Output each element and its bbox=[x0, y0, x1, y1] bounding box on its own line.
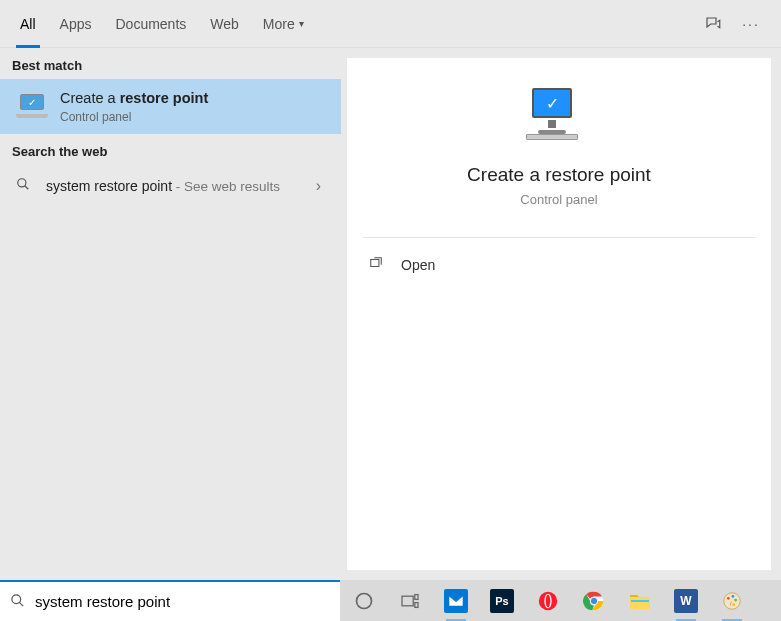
tab-more[interactable]: More▾ bbox=[251, 0, 316, 48]
search-input[interactable] bbox=[35, 593, 330, 610]
preview-subtitle: Control panel bbox=[520, 192, 597, 207]
preview-pane: ✓ Create a restore point Control panel O… bbox=[347, 58, 771, 570]
taskbar: Ps W bbox=[340, 580, 781, 621]
section-best-match: Best match bbox=[0, 48, 341, 79]
more-options-icon[interactable]: ··· bbox=[741, 14, 761, 34]
preview-hero: ✓ Create a restore point Control panel bbox=[347, 58, 771, 227]
tab-all[interactable]: All bbox=[8, 0, 48, 48]
tab-all-label: All bbox=[20, 16, 36, 32]
task-view-icon[interactable] bbox=[396, 587, 424, 615]
tab-documents-label: Documents bbox=[115, 16, 186, 32]
search-bar[interactable] bbox=[0, 580, 340, 621]
svg-line-1 bbox=[25, 186, 29, 190]
svg-rect-2 bbox=[371, 260, 379, 267]
divider bbox=[363, 237, 755, 238]
svg-rect-7 bbox=[415, 594, 418, 599]
opera-icon[interactable] bbox=[534, 587, 562, 615]
svg-point-0 bbox=[18, 179, 26, 187]
result-subtitle: Control panel bbox=[60, 110, 325, 124]
web-result-text: system restore point - See web results bbox=[46, 178, 312, 194]
windows-search-panel: All Apps Documents Web More▾ ··· Best ma… bbox=[0, 0, 781, 580]
tab-documents[interactable]: Documents bbox=[103, 0, 198, 48]
section-search-web: Search the web bbox=[0, 134, 341, 165]
action-open-label: Open bbox=[401, 257, 435, 273]
search-icon bbox=[10, 593, 25, 611]
svg-point-5 bbox=[357, 593, 372, 608]
chrome-icon[interactable] bbox=[580, 587, 608, 615]
web-result-item[interactable]: system restore point - See web results › bbox=[0, 165, 341, 207]
svg-rect-8 bbox=[415, 602, 418, 607]
file-explorer-icon[interactable] bbox=[626, 587, 654, 615]
svg-rect-15 bbox=[631, 600, 649, 602]
svg-point-18 bbox=[732, 595, 735, 598]
open-icon bbox=[369, 256, 387, 273]
cortana-icon[interactable] bbox=[350, 587, 378, 615]
result-title: Create a restore point bbox=[60, 89, 325, 108]
tab-web-label: Web bbox=[210, 16, 239, 32]
result-text: Create a restore point Control panel bbox=[60, 89, 325, 124]
paint-icon[interactable] bbox=[718, 587, 746, 615]
chevron-right-icon[interactable]: › bbox=[312, 177, 325, 195]
action-open[interactable]: Open bbox=[347, 242, 771, 287]
svg-point-3 bbox=[12, 594, 21, 603]
svg-point-17 bbox=[727, 596, 730, 599]
tab-apps[interactable]: Apps bbox=[48, 0, 104, 48]
svg-point-20 bbox=[732, 603, 735, 606]
laptop-settings-icon: ✓ bbox=[16, 90, 48, 122]
svg-line-4 bbox=[19, 602, 23, 606]
results-column: Best match ✓ Create a restore point Cont… bbox=[0, 48, 341, 580]
tab-web[interactable]: Web bbox=[198, 0, 251, 48]
word-icon[interactable]: W bbox=[672, 587, 700, 615]
search-icon bbox=[16, 177, 36, 194]
tab-more-label: More bbox=[263, 16, 295, 32]
search-tabs: All Apps Documents Web More▾ ··· bbox=[0, 0, 781, 48]
svg-point-19 bbox=[734, 598, 737, 601]
feedback-icon[interactable] bbox=[703, 14, 723, 34]
svg-point-11 bbox=[546, 594, 551, 607]
chevron-down-icon: ▾ bbox=[299, 18, 304, 29]
svg-rect-6 bbox=[402, 596, 413, 606]
result-create-restore-point[interactable]: ✓ Create a restore point Control panel bbox=[0, 79, 341, 134]
photoshop-icon[interactable]: Ps bbox=[488, 587, 516, 615]
search-body: Best match ✓ Create a restore point Cont… bbox=[0, 48, 781, 580]
monitor-icon: ✓ bbox=[524, 88, 594, 148]
preview-title: Create a restore point bbox=[467, 164, 651, 186]
mail-app-icon[interactable] bbox=[442, 587, 470, 615]
tab-apps-label: Apps bbox=[60, 16, 92, 32]
